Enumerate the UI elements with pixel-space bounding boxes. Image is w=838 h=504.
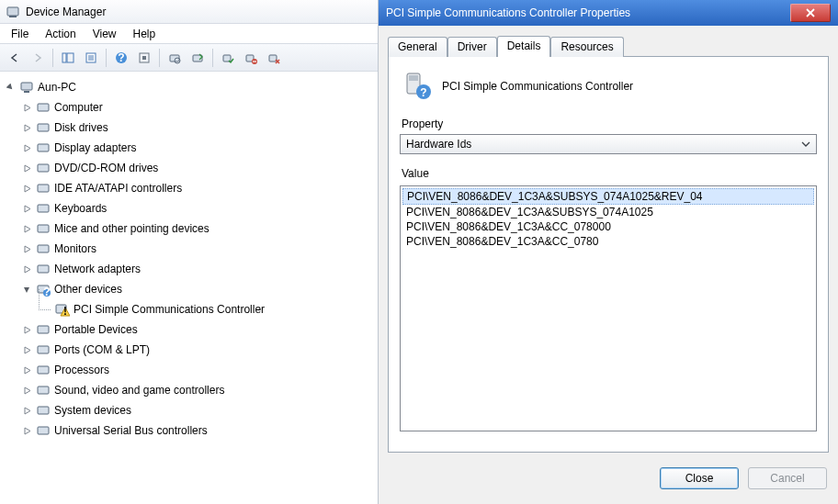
svg-rect-25	[38, 124, 49, 131]
tab-details[interactable]: Details	[497, 36, 551, 57]
property-select[interactable]: Hardware Ids	[400, 134, 817, 154]
expander-icon[interactable]	[22, 244, 32, 254]
tab-strip: General Driver Details Resources	[388, 35, 829, 56]
tree-node[interactable]: Keyboards	[4, 198, 374, 218]
disable-device-button[interactable]	[240, 47, 262, 69]
tree-node[interactable]: Mice and other pointing devices	[4, 218, 374, 239]
tree-node[interactable]: Display adapters	[4, 138, 374, 158]
tree-node[interactable]: ? Other devices	[4, 279, 374, 299]
device-category-icon	[36, 181, 51, 196]
svg-rect-31	[38, 245, 49, 252]
tree-node-label: Other devices	[54, 283, 122, 296]
tree-node[interactable]: Ports (COM & LPT)	[4, 340, 374, 360]
menu-help[interactable]: Help	[126, 26, 164, 42]
tree-node[interactable]: DVD/CD-ROM drives	[4, 158, 374, 178]
menu-view[interactable]: View	[85, 26, 124, 42]
tab-general[interactable]: General	[388, 37, 447, 57]
uninstall-device-button[interactable]	[263, 47, 285, 69]
value-item[interactable]: PCI\VEN_8086&DEV_1C3A&SUBSYS_074A1025	[402, 205, 814, 219]
properties-titlebar[interactable]: PCI Simple Communications Controller Pro…	[379, 0, 838, 26]
svg-rect-26	[38, 144, 49, 151]
expander-icon[interactable]	[22, 285, 32, 295]
device-name-text: PCI Simple Communications Controller	[442, 80, 633, 93]
svg-text:?: ?	[420, 86, 426, 99]
tree-node-label: Portable Devices	[54, 323, 138, 336]
svg-rect-27	[38, 164, 49, 172]
svg-rect-30	[38, 225, 49, 232]
tree-node-label: DVD/CD-ROM drives	[54, 162, 158, 174]
device-category-icon	[36, 403, 51, 418]
expander-icon[interactable]	[22, 264, 32, 274]
device-category-icon	[36, 322, 51, 337]
property-select-value: Hardware Ids	[406, 138, 471, 151]
unknown-device-warn-icon: !	[55, 302, 70, 317]
value-item[interactable]: PCI\VEN_8086&DEV_1C3A&SUBSYS_074A1025&RE…	[402, 188, 814, 205]
update-driver-button[interactable]	[187, 47, 209, 69]
dm-app-icon	[6, 5, 20, 19]
expander-icon[interactable]	[22, 426, 32, 436]
help-button[interactable]: ?	[110, 47, 132, 69]
titlebar-close-button[interactable]	[790, 4, 831, 22]
menu-file[interactable]: File	[4, 26, 36, 42]
tree-node-label: Mice and other pointing devices	[54, 222, 210, 235]
expander-icon[interactable]	[6, 83, 16, 93]
expander-icon[interactable]	[22, 224, 32, 234]
expander-icon[interactable]	[22, 406, 32, 416]
tree-node[interactable]: Disk drives	[4, 118, 374, 138]
tree-node[interactable]: Universal Serial Bus controllers	[4, 420, 374, 441]
nav-back-button[interactable]	[4, 47, 26, 69]
svg-rect-28	[38, 185, 49, 192]
device-category-icon	[36, 423, 51, 438]
device-category-icon	[36, 363, 51, 377]
tree-node[interactable]: System devices	[4, 400, 374, 420]
svg-rect-3	[67, 53, 74, 62]
svg-rect-24	[38, 104, 49, 111]
enable-device-button[interactable]	[217, 47, 239, 69]
tree-node[interactable]: IDE ATA/ATAPI controllers	[4, 178, 374, 198]
tree-node[interactable]: Processors	[4, 360, 374, 380]
value-item[interactable]: PCI\VEN_8086&DEV_1C3A&CC_078000	[402, 219, 814, 234]
device-tree[interactable]: Aun-PC Computer Disk drives Display adap…	[0, 72, 378, 504]
expander-icon[interactable]	[22, 365, 32, 375]
menu-action[interactable]: Action	[38, 26, 83, 42]
value-listbox[interactable]: PCI\VEN_8086&DEV_1C3A&SUBSYS_074A1025&RE…	[400, 185, 817, 431]
action-button[interactable]	[133, 47, 155, 69]
show-hide-tree-button[interactable]	[57, 47, 79, 69]
tree-child-node[interactable]: ! PCI Simple Communications Controller	[4, 299, 374, 319]
close-button[interactable]: Close	[660, 467, 739, 489]
svg-rect-32	[38, 265, 49, 273]
expander-icon[interactable]	[22, 325, 32, 335]
device-large-icon: ?	[403, 72, 433, 101]
scan-hardware-button[interactable]	[164, 47, 186, 69]
tab-resources[interactable]: Resources	[550, 37, 623, 57]
expander-icon[interactable]	[22, 103, 32, 113]
property-label: Property	[402, 118, 817, 130]
tab-driver[interactable]: Driver	[447, 37, 497, 57]
tree-node[interactable]: Computer	[4, 97, 374, 118]
expander-icon[interactable]	[22, 345, 32, 355]
menu-bar: File Action View Help	[0, 24, 378, 44]
tree-root-label: Aun-PC	[38, 81, 76, 94]
value-item[interactable]: PCI\VEN_8086&DEV_1C3A&CC_0780	[402, 234, 814, 249]
tree-node[interactable]: Portable Devices	[4, 319, 374, 340]
tree-node[interactable]: Monitors	[4, 239, 374, 259]
tab-body-details: ? PCI Simple Communications Controller P…	[388, 56, 829, 453]
expander-icon[interactable]	[22, 143, 32, 153]
expander-icon[interactable]	[22, 163, 32, 174]
expander-icon[interactable]	[22, 386, 32, 396]
nav-forward-button[interactable]	[27, 47, 49, 69]
device-category-icon	[36, 100, 51, 115]
dialog-button-row: Close Cancel	[379, 458, 838, 498]
tree-root[interactable]: Aun-PC	[4, 77, 374, 97]
tree-node[interactable]: Sound, video and game controllers	[4, 380, 374, 400]
expander-icon[interactable]	[22, 204, 32, 214]
properties-title-text: PCI Simple Communications Controller Pro…	[386, 6, 630, 19]
expander-icon[interactable]	[22, 184, 32, 194]
properties-button[interactable]	[80, 47, 102, 69]
tree-node[interactable]: Network adapters	[4, 259, 374, 279]
svg-rect-48	[409, 75, 418, 81]
svg-rect-44	[38, 427, 49, 434]
svg-rect-41	[38, 366, 49, 374]
computer-icon	[19, 80, 34, 95]
expander-icon[interactable]	[22, 123, 32, 133]
